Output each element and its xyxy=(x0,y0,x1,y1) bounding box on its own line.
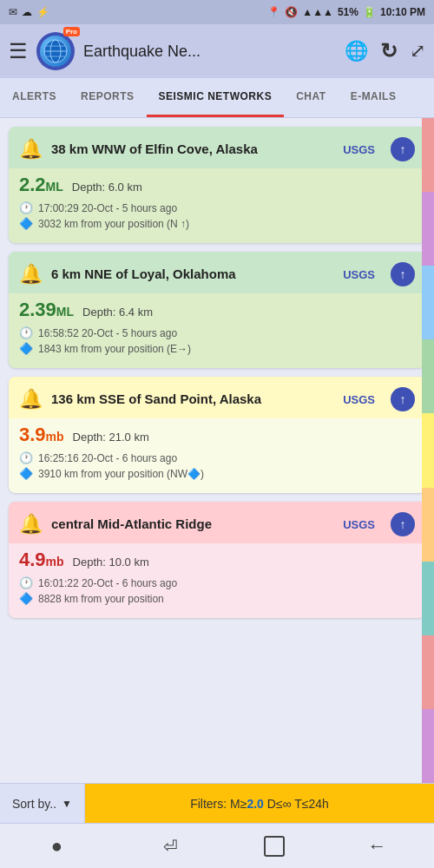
tab-chat[interactable]: CHAT xyxy=(284,78,338,117)
tab-reports[interactable]: REPORTS xyxy=(69,78,147,117)
compass-icon-3: 🔷 xyxy=(19,467,33,480)
clock-time: 10:10 PM xyxy=(380,6,425,18)
cloud-icon: ☁ xyxy=(22,6,32,18)
share-button-3[interactable] xyxy=(391,387,415,411)
time-text-2: 16:58:52 20-Oct - 5 hours ago xyxy=(38,327,177,339)
filter-info: Filters: M≥2.0 D≤∞ T≤24h xyxy=(85,784,434,823)
quake-icon-4: 🔔 xyxy=(19,513,43,536)
wifi-icon: ▲▲▲ xyxy=(302,6,333,18)
compass-icon-1: 🔷 xyxy=(19,217,33,230)
quake-icon-2: 🔔 xyxy=(19,263,43,286)
card-header-2: 🔔 6 km NNE of Loyal, Oklahoma USGS xyxy=(9,252,425,293)
mail-icon: ✉ xyxy=(9,6,17,18)
depth-3: Depth: 21.0 km xyxy=(73,431,149,444)
card-body-4: 4.9mb Depth: 10.0 km 🕐 16:01:22 20-Oct -… xyxy=(9,543,425,618)
share-button-1[interactable] xyxy=(391,137,415,161)
earthquake-card-3: 🔔 136 km SSE of Sand Point, Alaska USGS … xyxy=(9,377,425,493)
magnitude-line-2: 2.39ML Depth: 6.4 km xyxy=(19,299,415,321)
time-text-4: 16:01:22 20-Oct - 6 hours ago xyxy=(38,577,177,589)
app-bar-actions: 🌐 ↻ ⤢ xyxy=(345,39,425,63)
usgs-label-1[interactable]: USGS xyxy=(343,143,375,156)
status-right-icons: 📍 🔇 ▲▲▲ 51% 🔋 10:10 PM xyxy=(267,6,425,18)
menu-icon[interactable]: ☰ xyxy=(9,39,28,63)
tab-bar: ALERTS REPORTS SEISMIC NETWORKS CHAT E-M… xyxy=(0,78,434,118)
distance-row-3: 🔷 3910 km from your position (NW🔷) xyxy=(19,467,415,480)
distance-row-4: 🔷 8828 km from your position xyxy=(19,592,415,605)
filter-bar: Sort by.. ▼ Filters: M≥2.0 D≤∞ T≤24h xyxy=(0,783,434,823)
filter-text: Filters: M≥2.0 D≤∞ T≤24h xyxy=(190,797,329,811)
card-header-3: 🔔 136 km SSE of Sand Point, Alaska USGS xyxy=(9,377,425,418)
card-body-3: 3.9mb Depth: 21.0 km 🕐 16:25:16 20-Oct -… xyxy=(9,418,425,493)
sort-chevron-icon: ▼ xyxy=(62,798,72,810)
nav-square-icon[interactable] xyxy=(264,836,285,857)
expand-icon[interactable]: ⤢ xyxy=(410,40,425,62)
quake-location-2: 6 km NNE of Loyal, Oklahoma xyxy=(51,266,334,283)
depth-1: Depth: 6.0 km xyxy=(72,181,142,194)
tab-alerts[interactable]: ALERTS xyxy=(0,78,69,117)
distance-row-1: 🔷 3032 km from your position (N ↑) xyxy=(19,217,415,230)
usgs-label-4[interactable]: USGS xyxy=(343,518,375,531)
time-text-1: 17:00:29 20-Oct - 5 hours ago xyxy=(38,202,177,214)
distance-text-3: 3910 km from your position (NW🔷) xyxy=(38,468,204,480)
time-row-3: 🕐 16:25:16 20-Oct - 6 hours ago xyxy=(19,451,415,464)
globe-icon xyxy=(40,36,71,67)
card-body-1: 2.2ML Depth: 6.0 km 🕐 17:00:29 20-Oct - … xyxy=(9,168,425,243)
time-row-2: 🕐 16:58:52 20-Oct - 5 hours ago xyxy=(19,326,415,339)
app-title: Earthquake Ne... xyxy=(83,43,336,61)
clock-icon-3: 🕐 xyxy=(19,451,33,464)
share-button-4[interactable] xyxy=(391,512,415,536)
earthquake-card-4: 🔔 central Mid-Atlantic Ridge USGS 4.9mb … xyxy=(9,502,425,618)
sort-label: Sort by.. xyxy=(12,797,56,811)
earthquake-card-2: 🔔 6 km NNE of Loyal, Oklahoma USGS 2.39M… xyxy=(9,252,425,368)
depth-4: Depth: 10.0 km xyxy=(73,556,149,569)
distance-text-4: 8828 km from your position xyxy=(38,593,164,605)
nav-dot-icon[interactable]: ● xyxy=(36,825,78,867)
distance-text-1: 3032 km from your position (N ↑) xyxy=(38,218,189,230)
depth-2: Depth: 6.4 km xyxy=(82,306,153,319)
compass-icon-4: 🔷 xyxy=(19,592,33,605)
magnitude-line-3: 3.9mb Depth: 21.0 km xyxy=(19,424,415,446)
signal-icon: ⚡ xyxy=(36,6,49,18)
earthquake-list: 🔔 38 km WNW of Elfin Cove, Alaska USGS 2… xyxy=(0,118,434,783)
card-header-4: 🔔 central Mid-Atlantic Ridge USGS xyxy=(9,502,425,543)
time-row-1: 🕐 17:00:29 20-Oct - 5 hours ago xyxy=(19,201,415,214)
quake-location-3: 136 km SSE of Sand Point, Alaska xyxy=(51,391,334,408)
tab-emails[interactable]: E-MAILS xyxy=(339,78,409,117)
magnitude-line-1: 2.2ML Depth: 6.0 km xyxy=(19,174,415,196)
time-row-4: 🕐 16:01:22 20-Oct - 6 hours ago xyxy=(19,576,415,589)
quake-location-1: 38 km WNW of Elfin Cove, Alaska xyxy=(51,141,334,158)
refresh-icon[interactable]: ↻ xyxy=(380,39,398,63)
distance-row-2: 🔷 1843 km from your position (E→) xyxy=(19,342,415,355)
magnitude-value-3: 3.9mb xyxy=(19,424,64,446)
earthquake-card-1: 🔔 38 km WNW of Elfin Cove, Alaska USGS 2… xyxy=(9,127,425,243)
magnitude-line-4: 4.9mb Depth: 10.0 km xyxy=(19,549,415,571)
quake-icon-3: 🔔 xyxy=(19,388,43,411)
card-body-2: 2.39ML Depth: 6.4 km 🕐 16:58:52 20-Oct -… xyxy=(9,293,425,368)
magnitude-value-4: 4.9mb xyxy=(19,549,64,571)
quake-icon-1: 🔔 xyxy=(19,138,43,161)
location-icon: 📍 xyxy=(267,6,280,18)
globe-action-icon[interactable]: 🌐 xyxy=(345,40,368,62)
nav-bar: ● ⏎ ← xyxy=(0,823,434,868)
pro-badge: Pro xyxy=(63,27,80,36)
filter-dist: D≤∞ xyxy=(267,797,292,811)
time-text-3: 16:25:16 20-Oct - 6 hours ago xyxy=(38,452,177,464)
usgs-label-2[interactable]: USGS xyxy=(343,268,375,281)
nav-return-icon[interactable]: ⏎ xyxy=(150,825,192,867)
battery-percent: 51% xyxy=(338,6,358,18)
status-bar: ✉ ☁ ⚡ 📍 🔇 ▲▲▲ 51% 🔋 10:10 PM xyxy=(0,0,434,24)
usgs-label-3[interactable]: USGS xyxy=(343,393,375,406)
nav-back-icon[interactable]: ← xyxy=(357,825,398,867)
sort-button[interactable]: Sort by.. ▼ xyxy=(0,784,85,823)
clock-icon-1: 🕐 xyxy=(19,201,33,214)
right-color-strip xyxy=(422,118,434,783)
battery-icon: 🔋 xyxy=(363,6,376,18)
clock-icon-2: 🕐 xyxy=(19,326,33,339)
share-button-2[interactable] xyxy=(391,262,415,286)
magnitude-value-1: 2.2ML xyxy=(19,174,63,196)
tab-seismic-networks[interactable]: SEISMIC NETWORKS xyxy=(147,78,285,117)
magnitude-value-2: 2.39ML xyxy=(19,299,74,321)
app-bar: ☰ Pro Earthquake Ne... 🌐 ↻ ⤢ xyxy=(0,24,434,78)
clock-icon-4: 🕐 xyxy=(19,576,33,589)
mute-icon: 🔇 xyxy=(285,6,298,18)
